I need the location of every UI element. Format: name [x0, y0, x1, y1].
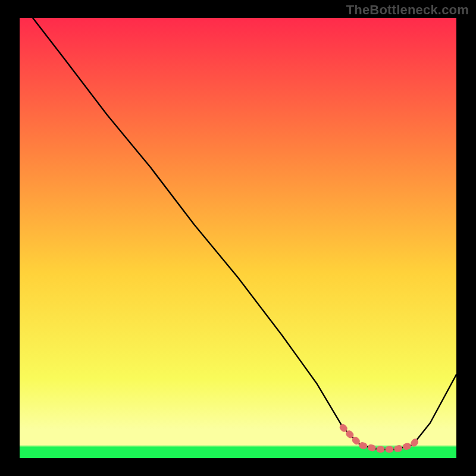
plot-area [20, 18, 456, 458]
watermark-text: TheBottleneck.com [346, 2, 469, 18]
chart-container: { "watermark": "TheBottleneck.com", "col… [0, 0, 476, 476]
bottleneck-chart-svg [0, 0, 476, 476]
